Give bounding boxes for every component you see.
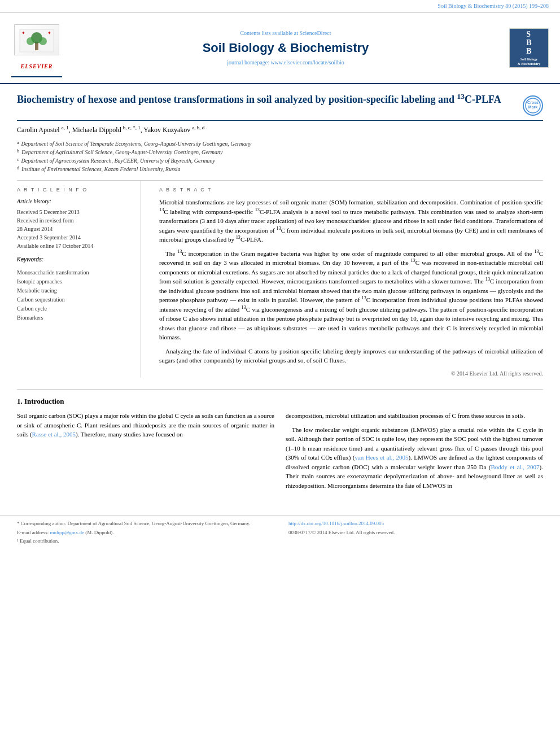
- affiliation-b: b Department of Agricultural Soil Scienc…: [17, 148, 543, 156]
- received-revised-label: Received in revised form: [17, 216, 134, 225]
- keyword-5: Carbon cycle: [17, 304, 134, 313]
- authors-section: Carolin Apostel a, 1, Michaela Dippold b…: [17, 125, 543, 135]
- rasse-citation-link[interactable]: Rasse et al., 2005: [32, 431, 76, 438]
- elsevier-brand-name: ELSEVIER: [21, 63, 53, 71]
- authors-list: Carolin Apostel a, 1, Michaela Dippold b…: [17, 126, 204, 134]
- journal-reference: Soil Biology & Biochemistry 80 (2015) 19…: [0, 0, 560, 13]
- accepted-date: Accepted 3 September 2014: [17, 233, 134, 242]
- corresponding-author-note: * Corresponding author. Department of Ag…: [17, 520, 272, 527]
- intro-right-para-1: decomposition, microbial utilization and…: [286, 411, 543, 421]
- svg-text:✦: ✦: [47, 30, 51, 36]
- page-footer: * Corresponding author. Department of Ag…: [0, 515, 560, 549]
- intro-right-para-2: The low molecular weight organic substan…: [286, 425, 543, 491]
- affiliation-d: d Institute of Environmental Sciences, K…: [17, 165, 543, 173]
- article-info-header: A R T I C L E I N F O: [17, 186, 134, 194]
- journal-header: ✦ ✦ ELSEVIER Contents lists available at…: [0, 13, 560, 84]
- contents-available-line: Contents lists available at ScienceDirec…: [68, 29, 504, 37]
- abstract-paragraph-1: Microbial transformations are key proces…: [159, 198, 543, 244]
- author-email-link[interactable]: midipp@gmx.de: [50, 530, 84, 535]
- affiliations-section: a Department of Soil Science of Temperat…: [17, 139, 543, 173]
- journal-logo-right: SBB Soil Biology& Biochemistry: [509, 28, 549, 68]
- equal-contribution-note: ¹ Equal contribution.: [17, 538, 272, 545]
- intro-right-column: decomposition, microbial utilization and…: [286, 411, 543, 495]
- sciencedirect-link[interactable]: ScienceDirect: [299, 30, 331, 36]
- journal-homepage-link[interactable]: www.elsevier.com/locate/soilbio: [270, 59, 344, 65]
- history-label: Article history:: [17, 198, 134, 206]
- main-content: Biochemistry of hexose and pentose trans…: [0, 84, 560, 504]
- article-title-section: Biochemistry of hexose and pentose trans…: [17, 93, 543, 121]
- svg-rect-1: [35, 42, 38, 50]
- keyword-1: Monosaccharide transformation: [17, 268, 134, 277]
- issn-line: 0038-0717/© 2014 Elsevier Ltd. All right…: [288, 529, 543, 536]
- revised-date: 28 August 2014: [17, 225, 134, 233]
- svg-text:✦: ✦: [21, 30, 25, 36]
- email-line: E-mail address: midipp@gmx.de (M. Dippol…: [17, 529, 272, 536]
- boddy-citation-link[interactable]: Boddy et al., 2007: [491, 464, 540, 470]
- journal-title: Soil Biology & Biochemistry: [68, 40, 504, 57]
- intro-left-para-1: Soil organic carbon (SOC) plays a major …: [17, 411, 274, 439]
- abstract-paragraph-3: Analyzing the fate of individual C atoms…: [159, 347, 543, 365]
- footer-right: http://dx.doi.org/10.1016/j.soilbio.2014…: [288, 520, 543, 545]
- affiliation-c: c Department of Agroecosystem Research, …: [17, 156, 543, 165]
- intro-section-title: 1. Introduction: [17, 396, 543, 407]
- article-title: Biochemistry of hexose and pentose trans…: [17, 93, 517, 106]
- journal-homepage-line: journal homepage: www.elsevier.com/locat…: [68, 59, 504, 67]
- doi-link[interactable]: http://dx.doi.org/10.1016/j.soilbio.2014…: [288, 521, 384, 526]
- svg-text:Mark: Mark: [528, 105, 537, 109]
- svg-point-4: [39, 37, 47, 45]
- introduction-section: 1. Introduction Soil organic carbon (SOC…: [17, 389, 543, 495]
- available-online-date: Available online 17 October 2014: [17, 242, 134, 250]
- svg-point-3: [27, 37, 34, 45]
- elsevier-logo-image: ✦ ✦: [14, 24, 59, 55]
- keyword-3: Metabolic tracing: [17, 286, 134, 295]
- abstract-header: A B S T R A C T: [159, 186, 543, 194]
- keywords-section: Keywords: Monosaccharide transformation …: [17, 256, 134, 322]
- abstract-section: A B S T R A C T Microbial transformation…: [152, 181, 543, 378]
- footer-left: * Corresponding author. Department of Ag…: [17, 520, 272, 545]
- svg-text:Cross: Cross: [527, 101, 539, 104]
- journal-center-info: Contents lists available at ScienceDirec…: [68, 29, 504, 67]
- intro-left-column: Soil organic carbon (SOC) plays a major …: [17, 411, 274, 495]
- article-history: Article history: Received 5 December 201…: [17, 198, 134, 250]
- received-date: Received 5 December 2013: [17, 208, 134, 216]
- intro-two-column-text: Soil organic carbon (SOC) plays a major …: [17, 411, 543, 495]
- keyword-4: Carbon sequestration: [17, 295, 134, 304]
- article-info-column: A R T I C L E I N F O Article history: R…: [17, 181, 141, 378]
- keywords-label: Keywords:: [17, 256, 134, 264]
- keyword-6: Biomarkers: [17, 313, 134, 322]
- abstract-copyright: © 2014 Elsevier Ltd. All rights reserved…: [159, 370, 543, 378]
- affiliation-a: a Department of Soil Science of Temperat…: [17, 139, 543, 148]
- abstract-text: Microbial transformations are key proces…: [159, 198, 543, 365]
- doi-line: http://dx.doi.org/10.1016/j.soilbio.2014…: [288, 520, 543, 527]
- elsevier-logo-section: ✦ ✦ ELSEVIER: [11, 19, 62, 77]
- keyword-2: Isotopic approaches: [17, 277, 134, 286]
- crossmark-badge[interactable]: Cross Mark: [523, 95, 543, 116]
- abstract-paragraph-2: The 13C incorporation in the Gram negati…: [159, 249, 543, 342]
- article-info-abstract-columns: A R T I C L E I N F O Article history: R…: [17, 180, 543, 378]
- vanhees-citation-link[interactable]: van Hees et al., 2005: [355, 454, 408, 461]
